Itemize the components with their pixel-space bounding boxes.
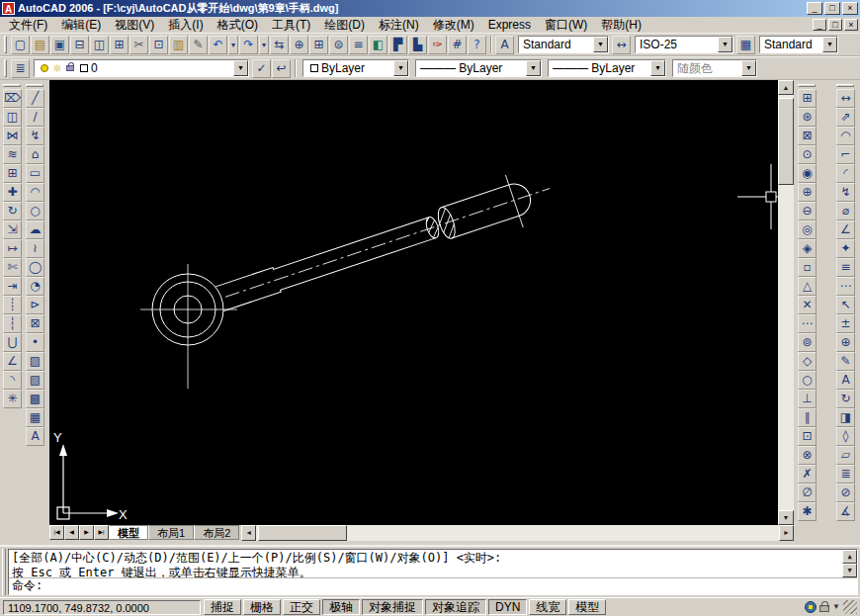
zoom-extents-icon[interactable]: ◈ <box>798 239 817 258</box>
explode-icon[interactable]: ✳ <box>3 390 22 408</box>
menu-view[interactable]: 视图(V) <box>108 16 161 35</box>
plot-icon[interactable]: ⊟ <box>70 36 89 54</box>
menu-help[interactable]: 帮助(H) <box>594 16 648 35</box>
scroll-up-icon[interactable]: ▲ <box>842 550 857 564</box>
copy-object-icon[interactable]: ◫ <box>3 108 22 127</box>
snap-center-icon[interactable]: ⊚ <box>798 333 817 352</box>
markup-icon[interactable]: ✑ <box>428 36 447 54</box>
minimize-button[interactable]: _ <box>807 2 822 15</box>
app-icon[interactable]: A <box>2 2 15 15</box>
fillet-icon[interactable]: ◝ <box>3 371 22 390</box>
resize-grip[interactable] <box>843 600 857 614</box>
osnap-settings-icon[interactable]: ✱ <box>798 502 817 521</box>
region-icon[interactable]: ▩ <box>26 390 44 408</box>
plot-preview-icon[interactable]: ◫ <box>90 36 109 54</box>
redo-icon[interactable]: ↷ <box>239 36 258 54</box>
command-window-grip[interactable] <box>2 549 6 595</box>
revision-cloud-icon[interactable]: ☁ <box>26 220 44 239</box>
construction-line-icon[interactable]: ∕ <box>26 108 44 127</box>
offset-icon[interactable]: ≋ <box>3 145 22 164</box>
layer-properties-manager-icon[interactable]: ≣ <box>11 59 30 78</box>
tab-last-button[interactable]: ▶| <box>94 525 109 540</box>
menu-express[interactable]: Express <box>481 17 538 33</box>
dim-arc-length-icon[interactable]: ◠ <box>836 127 855 145</box>
chevron-down-icon[interactable]: ▼ <box>393 60 408 76</box>
horizontal-scrollbar[interactable]: ◄ ► <box>241 525 794 541</box>
dim-ordinate-icon[interactable]: ⌐ <box>836 145 855 164</box>
vertical-scroll-thumb[interactable] <box>778 98 794 185</box>
circle-icon[interactable]: ○ <box>26 202 44 220</box>
trim-icon[interactable]: ✄ <box>3 258 22 277</box>
chevron-down-icon[interactable]: ▼ <box>526 60 541 76</box>
dim-angular-icon[interactable]: ∠ <box>836 220 855 239</box>
layer-on-bulb-icon[interactable] <box>41 64 48 72</box>
polyline-icon[interactable]: ↯ <box>26 127 44 145</box>
help-icon[interactable]: ? <box>468 36 486 54</box>
grid-toggle[interactable]: 栅格 <box>243 599 281 615</box>
zoom-object-icon[interactable]: ◉ <box>798 164 817 183</box>
snap-intersection-icon[interactable]: ✕ <box>798 296 817 314</box>
mdi-restore-button[interactable]: □ <box>828 19 842 31</box>
line-icon[interactable]: ╱ <box>26 89 44 108</box>
make-block-icon[interactable]: ⊠ <box>26 314 44 333</box>
toolbar-grip[interactable] <box>798 84 816 87</box>
break-icon[interactable]: ┆ <box>3 314 22 333</box>
text-style-icon[interactable]: A <box>495 36 514 54</box>
toolbar-grip[interactable] <box>4 59 7 77</box>
scroll-down-icon[interactable]: ▼ <box>778 510 794 525</box>
vertical-scrollbar[interactable]: ▲ ▼ <box>778 80 794 525</box>
command-scrollbar[interactable]: ▲ ▼ <box>842 550 857 577</box>
toolbar-grip[interactable] <box>836 84 854 87</box>
menu-format[interactable]: 格式(O) <box>211 16 265 35</box>
hatch-icon[interactable]: ▨ <box>26 352 44 371</box>
dim-update-icon[interactable]: ↻ <box>836 390 855 408</box>
erase-icon[interactable]: ⌦ <box>3 89 22 108</box>
layer-lock-icon[interactable] <box>66 65 74 71</box>
horizontal-scroll-thumb[interactable] <box>258 525 347 541</box>
zoom-previous-icon[interactable]: ⊜ <box>329 36 348 54</box>
layer-combo[interactable]: ☼ 0 ▼ <box>34 59 249 77</box>
snap-midpoint-icon[interactable]: △ <box>798 277 817 296</box>
dim-linear-icon[interactable]: ↔ <box>836 89 855 108</box>
osnap-toggle[interactable]: 对象捕捉 <box>362 599 423 615</box>
dim-space-icon[interactable]: ≣ <box>836 465 855 484</box>
snap-nearest-icon[interactable]: ✗ <box>798 465 817 484</box>
point-icon[interactable]: • <box>26 333 44 352</box>
tab-layout2[interactable]: 布局2 <box>194 525 239 540</box>
zoom-dynamic-icon[interactable]: ⊛ <box>798 108 817 127</box>
snap-none-icon[interactable]: ∅ <box>798 484 817 502</box>
extend-icon[interactable]: ⇥ <box>3 277 22 296</box>
dim-style-toolbar-icon[interactable]: ↔ <box>612 36 631 54</box>
break-at-point-icon[interactable]: ┊ <box>3 296 22 314</box>
mdi-close-button[interactable]: × <box>844 19 858 31</box>
publish-icon[interactable]: ⊞ <box>110 36 129 54</box>
zoom-realtime-icon[interactable]: ⊕ <box>290 36 308 54</box>
lineweight-combo[interactable]: ——— ByLayer ▼ <box>548 59 666 77</box>
tab-layout1[interactable]: 布局1 <box>148 525 194 540</box>
zoom-window2-icon[interactable]: ⊞ <box>798 89 817 108</box>
chevron-down-icon[interactable]: ▼ <box>650 60 665 76</box>
dim-break-icon[interactable]: ⊘ <box>836 484 855 502</box>
model-toggle[interactable]: 模型 <box>568 599 606 615</box>
snap-extension-icon[interactable]: ⋯ <box>798 314 817 333</box>
dim-style-icon[interactable]: ◨ <box>836 408 855 427</box>
tab-first-button[interactable]: |◀ <box>49 525 64 540</box>
dim-tolerance-icon[interactable]: ± <box>836 314 855 333</box>
table-icon[interactable]: ▦ <box>26 408 44 427</box>
command-history[interactable]: ▲ ▼ [全部(A)/中心(C)/动态(D)/范围(E)/上一个(P)/比例(S… <box>9 550 857 578</box>
toolbar-grip[interactable] <box>3 84 21 87</box>
mirror-icon[interactable]: ⋈ <box>3 127 22 145</box>
scroll-up-icon[interactable]: ▲ <box>778 80 794 95</box>
pan-icon[interactable]: ⇆ <box>270 36 289 54</box>
scroll-right-icon[interactable]: ► <box>779 525 794 541</box>
rotate-icon[interactable]: ↻ <box>3 202 22 220</box>
zoom-center-icon[interactable]: ⊙ <box>798 145 817 164</box>
dim-radius-icon[interactable]: ◜ <box>836 164 855 183</box>
dim-inspection-icon[interactable]: ◊ <box>836 427 855 446</box>
dim-quick-icon[interactable]: ✦ <box>836 239 855 258</box>
dim-continue-icon[interactable]: ⋯ <box>836 277 855 296</box>
dim-angular2-icon[interactable]: ∡ <box>836 502 855 521</box>
dim-aligned-icon[interactable]: ⇗ <box>836 108 855 127</box>
chevron-down-icon[interactable]: ▼ <box>718 37 732 52</box>
layer-previous-icon[interactable]: ↩ <box>272 59 291 78</box>
